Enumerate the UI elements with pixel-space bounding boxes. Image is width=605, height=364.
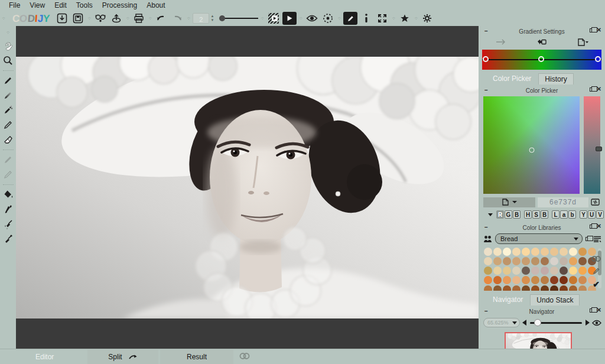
color-swatch[interactable] — [541, 266, 549, 275]
color-swatch[interactable] — [578, 266, 587, 275]
collapse-icon[interactable]: − — [484, 28, 488, 34]
close-panel-icon[interactable]: ✕ — [597, 308, 601, 313]
brush-size-slider[interactable] — [219, 13, 258, 24]
color-swatch[interactable] — [522, 248, 530, 256]
gradient-new-button[interactable] — [562, 36, 604, 48]
tab-result[interactable]: Result — [160, 350, 233, 364]
color-swatch[interactable] — [550, 285, 558, 291]
color-swatch[interactable] — [493, 257, 502, 265]
menu-item-view[interactable]: View — [25, 1, 49, 10]
show-mask-button[interactable] — [321, 12, 335, 25]
brush-size-spinner[interactable]: ▲▼ — [193, 13, 209, 24]
menu-item-file[interactable]: File — [5, 1, 24, 10]
color-swatch[interactable] — [512, 248, 521, 256]
color-swatch[interactable] — [493, 248, 502, 256]
process-region-button[interactable] — [266, 12, 281, 25]
zoom-out-button[interactable] — [522, 320, 526, 326]
mode-a-button[interactable]: a — [560, 210, 568, 219]
color-swatch[interactable] — [569, 276, 577, 284]
color-swatch[interactable] — [522, 257, 530, 265]
color-swatch[interactable] — [541, 285, 549, 291]
color-swatch[interactable] — [560, 257, 568, 265]
gradient-settings-titlebar[interactable]: − Gradient Settings ✕ — [480, 27, 604, 35]
color-swatch[interactable] — [522, 276, 530, 284]
color-swatch[interactable] — [522, 266, 530, 275]
repaint-brush-tool[interactable] — [1, 203, 15, 216]
color-swatch[interactable] — [531, 248, 539, 256]
color-swatch[interactable] — [578, 276, 587, 284]
navigator-thumbnail[interactable] — [505, 332, 572, 349]
eraser-tool[interactable] — [1, 133, 15, 147]
preview-glasses-button[interactable] — [93, 12, 108, 25]
tab-editor[interactable]: Editor — [35, 353, 54, 361]
color-swatch[interactable] — [512, 285, 521, 291]
color-swatch[interactable] — [569, 285, 577, 291]
close-panel-icon[interactable]: ✕ — [597, 224, 601, 229]
process-play-button[interactable] — [282, 12, 297, 25]
navigator-zoom-slider[interactable] — [529, 318, 583, 327]
fullscreen-button[interactable] — [375, 12, 389, 25]
color-swatch[interactable] — [569, 257, 577, 265]
mode-B-button[interactable]: B — [513, 210, 521, 219]
color-picker-titlebar[interactable]: − Color Picker ✕ — [480, 86, 604, 95]
color-source-button[interactable] — [483, 197, 535, 207]
mode-U-button[interactable]: U — [588, 210, 596, 219]
color-swatch[interactable] — [512, 257, 521, 265]
tab-split[interactable]: Split — [87, 350, 158, 364]
gradient-stop-blue[interactable] — [595, 56, 601, 62]
link-views-icon[interactable] — [591, 255, 601, 262]
mode-H-button[interactable]: H — [524, 210, 532, 219]
color-swatch[interactable] — [484, 276, 492, 284]
library-menu-icon[interactable] — [593, 236, 601, 242]
menu-item-edit[interactable]: Edit — [50, 1, 71, 10]
redo-button[interactable] — [170, 12, 184, 25]
mask-pencil-tool-disabled[interactable] — [1, 168, 15, 181]
color-swatch[interactable] — [503, 248, 511, 256]
color-swatch[interactable] — [484, 285, 492, 291]
info-button[interactable] — [359, 12, 373, 25]
menu-item-processing[interactable]: Processing — [98, 1, 141, 10]
tab-undo-stack[interactable]: Undo Stack — [530, 294, 580, 306]
color-swatch[interactable] — [484, 257, 492, 265]
color-swatch[interactable] — [560, 266, 568, 275]
color-swatch[interactable] — [503, 285, 511, 291]
float-panel-icon[interactable] — [590, 225, 594, 229]
collapse-icon[interactable]: − — [484, 87, 488, 93]
tab-color-picker[interactable]: Color Picker — [487, 73, 537, 84]
hand-tool[interactable] — [1, 39, 15, 53]
favorites-button[interactable] — [398, 12, 412, 25]
mode-G-button[interactable]: G — [505, 210, 512, 219]
color-swatch[interactable] — [569, 266, 577, 275]
mode-Y-button[interactable]: Y — [580, 210, 587, 219]
float-panel-icon[interactable] — [590, 28, 594, 32]
pencil-tool[interactable] — [1, 118, 15, 132]
import-button[interactable] — [55, 12, 69, 25]
color-swatch[interactable] — [560, 285, 568, 291]
tools-drag-handle[interactable]: ⁘ — [6, 27, 11, 38]
color-swatch[interactable] — [550, 257, 558, 265]
sync-views-icon[interactable] — [239, 352, 251, 360]
gradient-stop-red[interactable] — [483, 56, 489, 62]
color-libraries-titlebar[interactable]: − Color Libraries ✕ — [480, 223, 604, 232]
color-swatch[interactable] — [531, 266, 539, 275]
pattern-pen-tool[interactable] — [1, 103, 15, 117]
close-panel-icon[interactable]: ✕ — [597, 87, 601, 92]
color-swatch[interactable] — [550, 248, 558, 256]
zoom-slider-handle[interactable] — [534, 319, 541, 326]
menu-item-about[interactable]: About — [142, 1, 169, 10]
color-swatch[interactable] — [578, 285, 587, 291]
luminance-strip[interactable] — [584, 96, 600, 194]
zoom-in-button[interactable] — [586, 320, 590, 326]
zoom-tool[interactable] — [1, 54, 15, 67]
slider-handle[interactable] — [219, 15, 225, 21]
print-button[interactable] — [132, 12, 146, 25]
color-square[interactable] — [483, 96, 580, 194]
settings-button[interactable] — [420, 12, 434, 25]
hex-value[interactable]: 6e737d — [538, 197, 588, 207]
color-swatch[interactable] — [541, 276, 549, 284]
tab-navigator[interactable]: Navigator — [487, 294, 529, 305]
edit-pencil-icon[interactable] — [593, 267, 600, 275]
color-swatch[interactable] — [512, 266, 521, 275]
edit-mask-button[interactable] — [343, 12, 357, 25]
mode-expand-icon[interactable] — [488, 213, 493, 216]
